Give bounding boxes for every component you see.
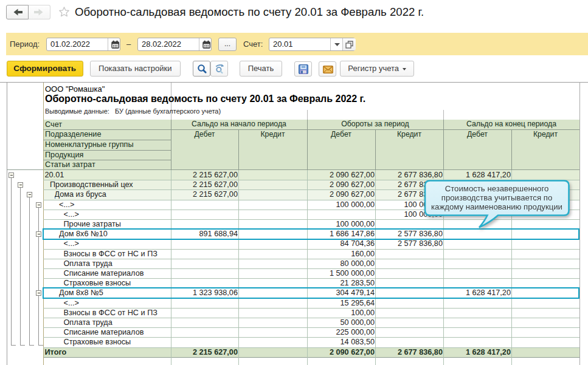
svg-text:каждому наименованию продукции: каждому наименованию продукции	[431, 202, 562, 211]
svg-text:производства учитывается по: производства учитывается по	[441, 193, 553, 202]
svg-text:Стоимость незавершенного: Стоимость незавершенного	[445, 184, 549, 193]
